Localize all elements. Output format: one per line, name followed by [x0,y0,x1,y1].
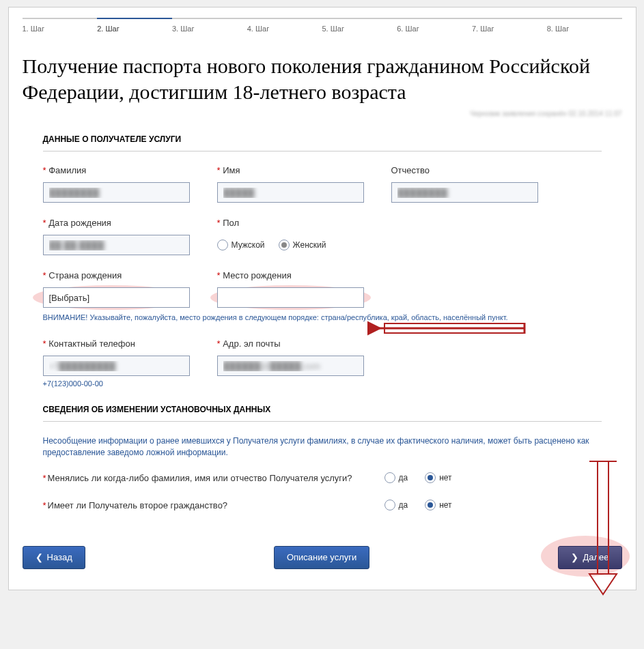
draft-saved-text: Черновик заявления сохранён 02.10.2014 1… [23,110,622,117]
section-data-changes-info: Несообщение информации о ранее имевшихся… [43,435,602,459]
phone-input[interactable] [43,356,190,376]
chevron-left-icon: ❮ [36,552,43,562]
section-recipient-data: ДАННЫЕ О ПОЛУЧАТЕЛЕ УСЛУГИ [43,134,602,152]
gender-label: Пол [217,218,364,228]
next-button[interactable]: ❯Далее [558,546,621,569]
section-data-changes: СВЕДЕНИЯ ОБ ИЗМЕНЕНИИ УСТАНОВОЧНЫХ ДАННЫ… [43,405,602,422]
email-input[interactable] [217,356,364,376]
dob-label: Дата рождения [43,218,190,228]
step-1[interactable]: 1. Шаг [23,18,98,33]
birth-place-label: Место рождения [217,270,364,280]
gender-female-radio[interactable]: Женский [279,240,326,250]
chevron-right-icon: ❯ [571,552,578,562]
step-5[interactable]: 5. Шаг [322,18,397,33]
step-7[interactable]: 7. Шаг [472,18,547,33]
email-label: Адр. эл почты [217,338,364,349]
q2-yes-radio[interactable]: да [384,500,408,510]
patronymic-label: Отчество [391,165,538,175]
birth-country-label: Страна рождения [43,270,190,280]
question-name-changed: Менялись ли когда-либо фамилия, имя или … [43,472,371,485]
service-description-button[interactable]: Описание услуги [274,546,369,569]
birth-place-input[interactable] [217,287,364,308]
q1-no-radio[interactable]: нет [425,472,451,483]
dob-input[interactable] [43,235,190,255]
back-button[interactable]: ❮Назад [23,546,85,569]
step-8[interactable]: 8. Шаг [547,18,622,33]
step-2[interactable]: 2. Шаг [97,18,172,33]
surname-label: Фамилия [43,165,190,175]
phone-hint: +7(123)000-00-00 [43,379,190,388]
name-input[interactable] [217,182,364,203]
q1-yes-radio[interactable]: да [384,472,408,483]
step-3[interactable]: 3. Шаг [172,18,247,33]
phone-label: Контактный телефон [43,338,190,349]
question-second-citizenship: Имеет ли Получатель второе гражданство? [43,500,371,512]
birth-country-select[interactable] [43,287,190,308]
step-6[interactable]: 6. Шаг [397,18,472,33]
step-4[interactable]: 4. Шаг [247,18,322,33]
page-title: Получение паспорта нового поколения граж… [23,53,622,104]
patronymic-input[interactable] [391,182,538,203]
wizard-steps: 1. Шаг2. Шаг3. Шаг4. Шаг5. Шаг6. Шаг7. Ш… [23,18,622,33]
birth-place-hint: ВНИМАНИЕ! Указывайте, пожалуйста, место … [43,313,602,321]
name-label: Имя [217,165,364,175]
surname-input[interactable] [43,182,190,203]
q2-no-radio[interactable]: нет [425,500,451,510]
gender-male-radio[interactable]: Мужской [217,240,265,250]
